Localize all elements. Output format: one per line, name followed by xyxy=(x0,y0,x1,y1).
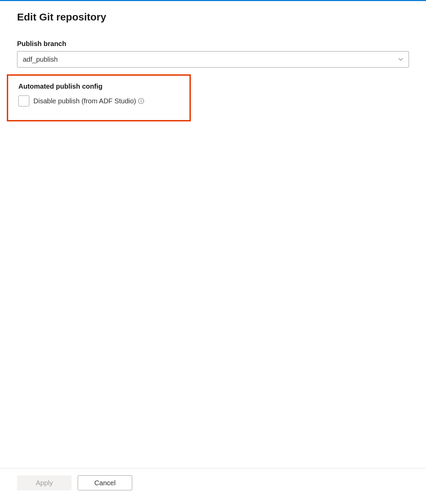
disable-publish-label: Disable publish (from ADF Studio) xyxy=(33,97,144,105)
publish-branch-field: Publish branch adf_publish xyxy=(17,40,409,68)
publish-branch-value: adf_publish xyxy=(23,56,58,63)
svg-point-1 xyxy=(141,99,141,100)
chevron-down-icon xyxy=(398,57,403,62)
cancel-button[interactable]: Cancel xyxy=(78,475,132,490)
disable-publish-row: Disable publish (from ADF Studio) xyxy=(12,95,186,106)
publish-branch-dropdown[interactable]: adf_publish xyxy=(17,51,409,68)
disable-publish-label-text: Disable publish (from ADF Studio) xyxy=(33,97,136,105)
publish-branch-label: Publish branch xyxy=(17,40,409,48)
automated-publish-highlight: Automated publish config Disable publish… xyxy=(7,74,191,121)
automated-publish-label: Automated publish config xyxy=(12,83,186,90)
info-icon[interactable] xyxy=(138,98,144,104)
footer: Apply Cancel xyxy=(0,468,426,490)
svg-rect-2 xyxy=(141,101,141,103)
disable-publish-checkbox[interactable] xyxy=(18,95,29,106)
page-title: Edit Git repository xyxy=(17,11,409,23)
apply-button: Apply xyxy=(17,475,72,490)
